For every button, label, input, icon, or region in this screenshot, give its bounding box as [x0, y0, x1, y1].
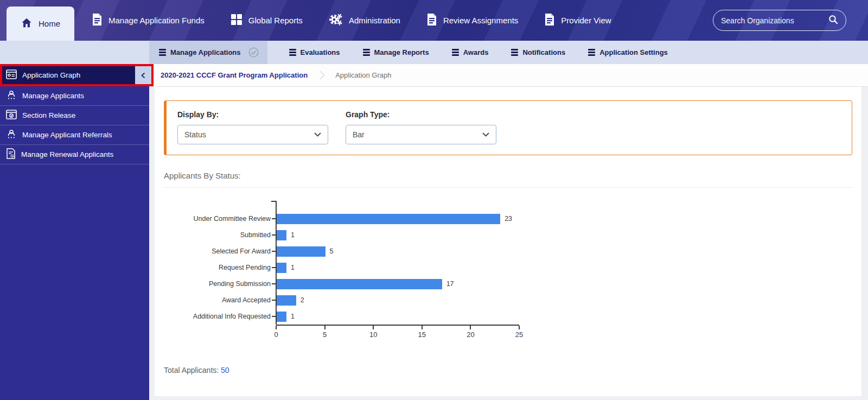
bar	[277, 246, 326, 257]
main-content: Display By: Status Graph Type: Bar Appli…	[155, 87, 861, 396]
chart-rows: Under Committee Review23Submitted1Select…	[180, 211, 852, 325]
display-by-select[interactable]: Status	[177, 125, 328, 144]
chevron-down-icon	[314, 132, 321, 137]
category-label: Additional Info Requested	[180, 313, 271, 320]
nav-tab-home-label: Home	[39, 19, 60, 28]
subnav-tab-application-settings[interactable]: Application Settings	[588, 48, 668, 56]
bar	[277, 295, 296, 306]
x-tick	[422, 326, 423, 329]
nav-item-review-assignments[interactable]: Review Assignments	[426, 13, 518, 28]
check-circle-icon	[248, 47, 259, 58]
bar-value-label: 1	[291, 313, 295, 320]
nav-tab-home[interactable]: Home	[7, 7, 74, 41]
y-tick	[272, 283, 276, 284]
bar-wrap: 17	[276, 276, 454, 292]
category-label: Selected For Award	[180, 247, 271, 255]
search-input[interactable]	[721, 16, 828, 25]
bar-wrap: 1	[276, 259, 295, 276]
home-icon	[21, 17, 33, 31]
x-tick-label: 20	[467, 331, 474, 339]
bar-wrap: 2	[276, 292, 304, 308]
top-navigation: Home Manage Application Funds Global Rep…	[0, 0, 868, 41]
graph-filter-panel: Display By: Status Graph Type: Bar	[164, 100, 852, 155]
grid-icon	[231, 14, 242, 27]
subnav-tab-notifications[interactable]: Notifications	[511, 48, 565, 56]
x-tick-label: 5	[323, 331, 327, 339]
sidebar-item-section-release[interactable]: Section Release	[0, 106, 149, 125]
search-icon[interactable]	[828, 15, 838, 27]
sidebar-item-label: Manage Renewal Applicants	[21, 150, 113, 158]
subnav-tab-awards[interactable]: Awards	[452, 48, 489, 56]
document-icon	[544, 13, 555, 28]
chart-y-axis	[276, 201, 277, 325]
document-icon	[92, 13, 103, 28]
menu-lines-icon	[588, 49, 595, 55]
subnav-tab-label: Awards	[463, 48, 489, 56]
chart-row: Submitted1	[180, 227, 852, 243]
sidebar-collapse-button[interactable]	[135, 66, 151, 84]
nav-item-manage-application-funds[interactable]: Manage Application Funds	[92, 13, 205, 28]
graph-type-value: Bar	[353, 130, 365, 139]
subnav-tab-manage-applications[interactable]: Manage Applications	[149, 41, 267, 64]
sidebar-item-manage-renewal-applicants[interactable]: Manage Renewal Applicants	[0, 145, 149, 164]
nav-item-global-reports[interactable]: Global Reports	[231, 14, 303, 27]
bar-value-label: 2	[301, 296, 304, 304]
referrals-icon	[6, 129, 17, 141]
menu-lines-icon	[452, 49, 459, 55]
sidebar-item-label: Manage Applicants	[22, 92, 84, 100]
y-tick	[272, 267, 276, 268]
subnav-tab-evaluations[interactable]: Evaluations	[289, 48, 340, 56]
sidebar-item-application-graph[interactable]: Application Graph	[0, 64, 154, 86]
bar	[277, 214, 500, 224]
menu-lines-icon	[159, 49, 166, 55]
sidebar-item-label: Manage Applicant Referrals	[22, 131, 112, 139]
chart-row: Pending Submission17	[180, 276, 852, 292]
x-tick	[519, 326, 520, 329]
nav-item-administration[interactable]: Administration	[329, 13, 400, 28]
breadcrumb-parent-link[interactable]: 2020-2021 CCCF Grant Program Application	[161, 71, 308, 79]
category-label: Submitted	[180, 231, 271, 239]
bar	[277, 312, 286, 322]
graph-type-label: Graph Type:	[346, 110, 496, 119]
chart-y-axis-cap	[271, 201, 276, 202]
bar-value-label: 23	[505, 215, 512, 223]
y-tick	[272, 218, 276, 219]
bar-value-label: 1	[291, 231, 295, 239]
subnav-tab-label: Application Settings	[599, 48, 668, 56]
chart-row: Under Committee Review23	[180, 211, 852, 227]
graph-type-select[interactable]: Bar	[346, 125, 496, 144]
y-tick	[272, 316, 276, 317]
top-nav-items: Manage Application Funds Global Reports …	[92, 0, 611, 41]
subnav-tab-label: Notifications	[522, 48, 565, 56]
sidebar-item-manage-applicants[interactable]: Manage Applicants	[0, 86, 149, 106]
renewal-icon	[6, 148, 16, 161]
x-tick	[470, 326, 471, 329]
x-tick	[373, 326, 374, 329]
applicants-icon	[6, 90, 17, 101]
left-sidebar: Application Graph Manage Applicants Sect…	[0, 64, 149, 400]
x-tick-label: 10	[369, 331, 377, 339]
total-applicants-value[interactable]: 50	[221, 366, 229, 374]
subnav-tab-label: Manage Applications	[170, 48, 241, 56]
category-label: Under Committee Review	[180, 215, 271, 223]
subnav-tab-label: Evaluations	[301, 48, 340, 56]
section-release-icon	[6, 110, 17, 121]
total-applicants-label: Total Applicants:	[164, 366, 219, 374]
menu-lines-icon	[289, 49, 296, 55]
nav-item-label: Provider View	[561, 16, 611, 25]
chart-title: Applicants By Status:	[164, 171, 852, 180]
subnav-tab-manage-reports[interactable]: Manage Reports	[363, 48, 429, 56]
divider	[164, 187, 852, 188]
bar	[277, 279, 442, 289]
subnav-rest: Evaluations Manage Reports Awards Notifi…	[289, 41, 668, 64]
chart-row: Selected For Award5	[180, 243, 852, 259]
menu-lines-icon	[511, 49, 518, 55]
x-tick	[324, 326, 326, 329]
bar-value-label: 17	[446, 280, 454, 288]
breadcrumb: 2020-2021 CCCF Grant Program Application…	[149, 64, 868, 87]
nav-item-label: Administration	[349, 16, 400, 25]
applicants-by-status-bar-chart: Under Committee Review23Submitted1Select…	[180, 201, 852, 325]
chevron-right-icon	[316, 71, 325, 80]
nav-item-provider-view[interactable]: Provider View	[544, 13, 611, 28]
sidebar-item-manage-applicant-referrals[interactable]: Manage Applicant Referrals	[0, 125, 149, 145]
